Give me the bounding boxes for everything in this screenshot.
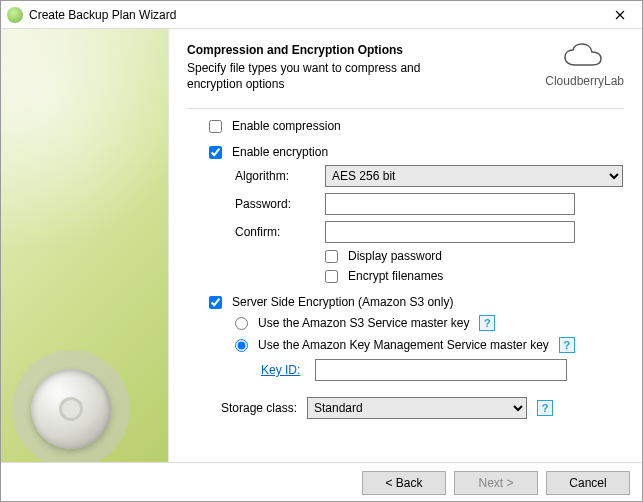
- enable-encryption-label[interactable]: Enable encryption: [232, 145, 328, 159]
- sse-s3-label[interactable]: Use the Amazon S3 Service master key: [258, 316, 469, 330]
- help-icon[interactable]: ?: [537, 400, 553, 416]
- cancel-button[interactable]: Cancel: [546, 471, 630, 495]
- sse-s3-row: Use the Amazon S3 Service master key ?: [235, 315, 624, 331]
- confirm-label: Confirm:: [235, 225, 321, 239]
- key-id-field[interactable]: [315, 359, 567, 381]
- algorithm-row: Algorithm: AES 256 bit: [235, 165, 624, 187]
- password-label: Password:: [235, 197, 321, 211]
- storage-class-label: Storage class:: [209, 401, 303, 415]
- wizard-footer: < Back Next > Cancel: [1, 462, 642, 502]
- password-row: Password:: [235, 193, 624, 215]
- storage-class-row: Storage class: Standard ?: [209, 397, 624, 419]
- encrypt-filenames-label[interactable]: Encrypt filenames: [348, 269, 443, 283]
- storage-class-select[interactable]: Standard: [307, 397, 527, 419]
- app-icon: [7, 7, 23, 23]
- sse-checkbox[interactable]: [209, 296, 222, 309]
- enable-compression-checkbox[interactable]: [209, 120, 222, 133]
- next-button[interactable]: Next >: [454, 471, 538, 495]
- sse-kms-radio[interactable]: [235, 339, 248, 352]
- help-icon[interactable]: ?: [559, 337, 575, 353]
- sse-label[interactable]: Server Side Encryption (Amazon S3 only): [232, 295, 453, 309]
- close-icon: [615, 10, 625, 20]
- titlebar: Create Backup Plan Wizard: [1, 1, 642, 29]
- encrypt-filenames-checkbox[interactable]: [325, 270, 338, 283]
- sse-kms-label[interactable]: Use the Amazon Key Management Service ma…: [258, 338, 549, 352]
- algorithm-select[interactable]: AES 256 bit: [325, 165, 623, 187]
- page-header: Compression and Encryption Options Speci…: [187, 39, 624, 104]
- enable-encryption-checkbox[interactable]: [209, 146, 222, 159]
- back-button[interactable]: < Back: [362, 471, 446, 495]
- divider: [187, 108, 624, 109]
- enable-encryption-row: Enable encryption: [209, 145, 624, 159]
- confirm-row: Confirm:: [235, 221, 624, 243]
- algorithm-label: Algorithm:: [235, 169, 321, 183]
- brand-name: CloudberryLab: [545, 74, 624, 88]
- wizard-sidebar-image: [1, 29, 169, 462]
- page-title: Compression and Encryption Options: [187, 43, 467, 57]
- page-subtitle: Specify file types you want to compress …: [187, 61, 467, 92]
- display-password-checkbox[interactable]: [325, 250, 338, 263]
- confirm-field[interactable]: [325, 221, 575, 243]
- wizard-content: Compression and Encryption Options Speci…: [169, 29, 642, 462]
- cloud-icon: [561, 43, 609, 71]
- sse-kms-row: Use the Amazon Key Management Service ma…: [235, 337, 624, 353]
- sse-row: Server Side Encryption (Amazon S3 only): [209, 295, 624, 309]
- key-id-row: Key ID:: [261, 359, 624, 381]
- encrypt-filenames-row: Encrypt filenames: [325, 269, 624, 283]
- enable-compression-label[interactable]: Enable compression: [232, 119, 341, 133]
- password-field[interactable]: [325, 193, 575, 215]
- wizard-body: Compression and Encryption Options Speci…: [1, 29, 642, 462]
- enable-compression-row: Enable compression: [209, 119, 624, 133]
- window-title: Create Backup Plan Wizard: [29, 8, 598, 22]
- display-password-label[interactable]: Display password: [348, 249, 442, 263]
- help-icon[interactable]: ?: [479, 315, 495, 331]
- sse-s3-radio[interactable]: [235, 317, 248, 330]
- key-id-link[interactable]: Key ID:: [261, 363, 311, 377]
- brand-logo: CloudberryLab: [545, 43, 624, 88]
- close-button[interactable]: [598, 1, 642, 29]
- display-password-row: Display password: [325, 249, 624, 263]
- wizard-window: Create Backup Plan Wizard Compression an…: [0, 0, 643, 502]
- form: Enable compression Enable encryption Alg…: [187, 119, 624, 419]
